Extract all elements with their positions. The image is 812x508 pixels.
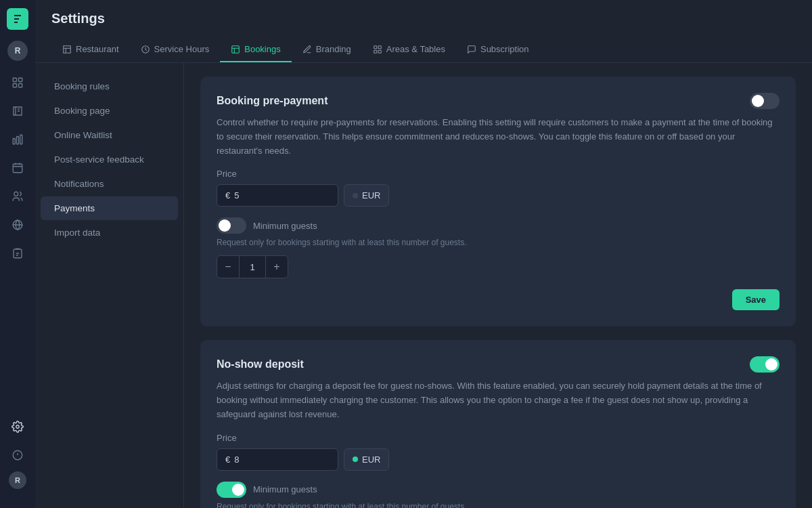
no-show-desc: Adjust settings for charging a deposit f… [217,379,780,421]
sidebar-item-import-data[interactable]: Import data [41,221,178,245]
pre-payment-price-input[interactable]: € [217,184,338,207]
sidebar-item-online-waitlist[interactable]: Online Waitlist [41,123,178,147]
no-show-title: No-show deposit [217,358,304,371]
header: Settings Restaurant Service Hours Bookin… [35,0,812,63]
pre-payment-increment-button[interactable]: + [266,256,288,278]
svg-rect-5 [17,137,19,144]
page-title: Settings [51,11,796,26]
svg-rect-19 [374,50,377,53]
pre-payment-currency-badge: EUR [344,184,389,207]
pre-payment-price-field[interactable] [234,190,330,200]
no-show-min-guests-row: Minimum guests [217,482,780,498]
pre-payment-stepper-value: 1 [239,256,266,278]
pre-payment-price-label: Price [217,169,780,179]
svg-rect-3 [19,84,22,87]
pre-payment-toggle-slider [750,93,780,109]
bottom-avatar[interactable]: R [9,471,26,489]
tab-subscription[interactable]: Subscription [456,37,540,62]
svg-point-8 [14,192,18,196]
pre-payment-card: Booking pre-payment Control whether to r… [200,77,796,326]
sidebar-item-payments[interactable]: Payments [41,196,178,220]
no-show-price-row: € EUR [217,448,780,471]
nav-chart-icon[interactable] [5,127,30,152]
pre-payment-save-button[interactable]: Save [732,289,780,310]
pre-payment-stepper: − 1 + [217,255,288,278]
pre-payment-currency-dot [353,193,358,198]
main-content: Booking pre-payment Control whether to r… [184,63,812,508]
svg-rect-16 [232,45,240,53]
svg-rect-7 [13,164,22,173]
pre-payment-min-guests-hint: Request only for bookings starting with … [217,238,780,247]
no-show-min-guests-hint: Request only for bookings starting with … [217,502,780,508]
no-show-currency-badge: EUR [344,448,389,471]
no-show-price-field[interactable] [234,454,330,465]
pre-payment-price-row: € EUR [217,184,780,207]
no-show-min-guests-toggle[interactable] [217,482,246,498]
svg-rect-4 [13,139,15,144]
nav-book-icon[interactable] [5,99,30,123]
no-show-toggle[interactable] [750,356,780,373]
logo [7,8,28,30]
icon-rail: R R [0,0,35,508]
sidebar-item-notifications[interactable]: Notifications [41,172,178,196]
svg-rect-0 [13,78,16,81]
pre-payment-header: Booking pre-payment [217,93,780,109]
pre-payment-currency-label: EUR [362,190,380,200]
sidebar-item-booking-rules[interactable]: Booking rules [41,75,178,98]
pre-payment-currency-symbol: € [225,190,230,200]
no-show-price-input[interactable]: € [217,448,338,471]
nav-grid-icon[interactable] [5,70,30,95]
svg-rect-2 [13,84,16,87]
main-area: Settings Restaurant Service Hours Bookin… [35,0,812,508]
sidebar-item-post-service[interactable]: Post-service feedback [41,148,178,171]
no-show-price-label: Price [217,433,780,443]
nav-globe-icon[interactable] [5,213,30,237]
pre-payment-footer: Save [217,289,780,310]
pre-payment-decrement-button[interactable]: − [217,256,239,278]
no-show-currency-dot [353,457,358,462]
pre-payment-toggle[interactable] [750,93,780,109]
svg-rect-20 [378,50,381,53]
tab-service-hours[interactable]: Service Hours [130,37,221,62]
no-show-header: No-show deposit [217,356,780,373]
svg-rect-18 [378,45,381,48]
sidebar: Booking rules Booking page Online Waitli… [35,63,184,508]
tab-branding[interactable]: Branding [292,37,362,62]
pre-payment-desc: Control whether to require pre-payments … [217,116,780,158]
svg-rect-1 [19,78,22,81]
nav-clipboard-icon[interactable] [5,241,30,266]
tab-restaurant[interactable]: Restaurant [51,37,130,62]
svg-point-11 [16,425,20,429]
pre-payment-min-guests-toggle[interactable] [217,217,246,234]
content-area: Booking rules Booking page Online Waitli… [35,63,812,508]
svg-rect-17 [374,45,377,48]
pre-payment-title: Booking pre-payment [217,95,328,107]
no-show-currency-label: EUR [362,454,380,465]
tab-bookings[interactable]: Bookings [220,37,291,62]
no-show-min-guests-slider [217,482,246,498]
nav-settings-icon[interactable] [5,415,30,439]
no-show-min-guests-label: Minimum guests [253,484,317,494]
top-avatar[interactable]: R [7,41,28,61]
pre-payment-min-guests-label: Minimum guests [253,221,317,231]
nav-users-icon[interactable] [5,184,30,209]
no-show-card: No-show deposit Adjust settings for char… [200,340,796,508]
svg-rect-6 [20,135,22,144]
no-show-toggle-slider [750,356,780,373]
nav-calendar-icon[interactable] [5,156,30,180]
no-show-currency-symbol: € [225,454,230,465]
sidebar-item-booking-page[interactable]: Booking page [41,99,178,123]
tabs-bar: Restaurant Service Hours Bookings Brandi… [51,37,796,62]
nav-info-icon[interactable] [5,443,30,467]
pre-payment-min-guests-row: Minimum guests [217,217,780,234]
pre-payment-min-guests-slider [217,217,246,234]
tab-areas-tables[interactable]: Areas & Tables [362,37,456,62]
